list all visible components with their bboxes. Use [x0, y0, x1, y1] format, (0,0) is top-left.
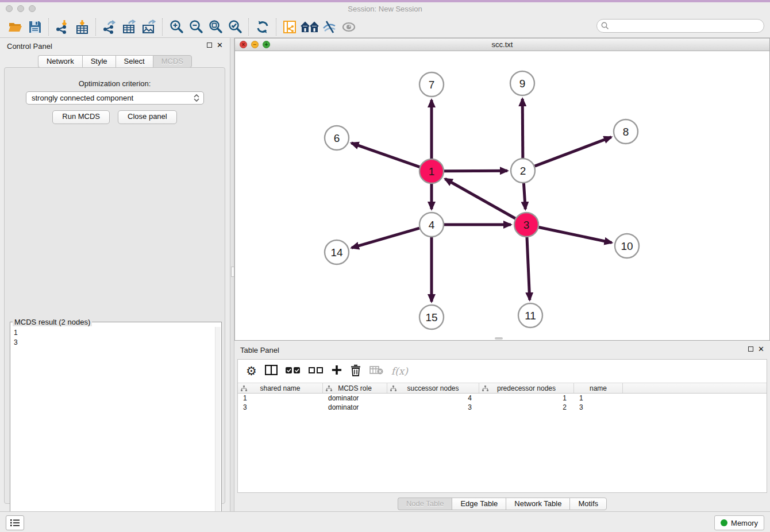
- node-6[interactable]: 6: [325, 126, 349, 150]
- toggle-panel-icon[interactable]: [265, 365, 278, 377]
- mcds-result-title: MCDS result (2 nodes): [13, 318, 92, 326]
- edge-4-14[interactable]: [352, 228, 419, 248]
- table-row[interactable]: 3dominator323: [238, 403, 767, 412]
- network-view-window: × − + scc.txt 7968124314101511: [234, 38, 770, 341]
- table-row[interactable]: 1dominator411: [238, 394, 767, 403]
- close-panel-icon[interactable]: ✕: [217, 42, 223, 48]
- zoom-in-icon[interactable]: [167, 18, 186, 36]
- select-all-columns-icon[interactable]: [286, 366, 301, 376]
- run-mcds-button[interactable]: Run MCDS: [52, 110, 110, 124]
- table-options-icon[interactable]: ⚙: [246, 365, 257, 377]
- float-table-panel-icon[interactable]: [748, 346, 753, 352]
- memory-status-icon: [721, 519, 727, 526]
- float-panel-icon[interactable]: [207, 43, 212, 48]
- cell-predecessor-nodes[interactable]: 2: [479, 403, 574, 412]
- node-1[interactable]: 1: [419, 159, 444, 183]
- save-session-icon[interactable]: [25, 18, 45, 36]
- network-canvas[interactable]: 7968124314101511: [235, 51, 769, 340]
- search-input[interactable]: [611, 20, 764, 32]
- refresh-view-icon[interactable]: [253, 18, 272, 36]
- node-9[interactable]: 9: [510, 71, 534, 95]
- node-4[interactable]: 4: [419, 213, 444, 237]
- node-7[interactable]: 7: [419, 72, 444, 97]
- edge-2-9[interactable]: [522, 99, 523, 158]
- node-2[interactable]: 2: [511, 159, 535, 183]
- svg-text:6: 6: [334, 132, 340, 144]
- hide-selected-icon[interactable]: [319, 18, 339, 36]
- result-scrollbar[interactable]: [215, 327, 221, 532]
- function-builder-icon[interactable]: f(x): [391, 365, 408, 377]
- zoom-selected-icon[interactable]: [225, 18, 245, 36]
- node-10[interactable]: 10: [615, 234, 639, 258]
- cell-successor-nodes[interactable]: 3: [387, 403, 479, 412]
- cell-predecessor-nodes[interactable]: 1: [479, 394, 574, 403]
- close-panel-button[interactable]: Close panel: [118, 110, 177, 124]
- node-3[interactable]: 3: [514, 213, 538, 237]
- close-table-panel-icon[interactable]: ✕: [758, 346, 764, 352]
- node-15[interactable]: 15: [419, 305, 444, 329]
- main-toolbar: [0, 16, 770, 38]
- tab-motifs[interactable]: Motifs: [569, 498, 607, 510]
- column-header-successor-nodes[interactable]: successor nodes: [387, 383, 479, 393]
- edge-1-6[interactable]: [351, 143, 419, 167]
- import-network-icon[interactable]: [53, 18, 72, 36]
- network-window-titlebar[interactable]: × − + scc.txt: [235, 38, 769, 51]
- show-all-icon[interactable]: [339, 18, 359, 36]
- node-11[interactable]: 11: [518, 303, 542, 327]
- cell-successor-nodes[interactable]: 4: [387, 394, 479, 403]
- tab-mcds[interactable]: MCDS: [153, 55, 192, 68]
- cell-MCDS-role[interactable]: dominator: [323, 403, 387, 412]
- toolbar-divider: [48, 18, 49, 36]
- zoom-fit-icon[interactable]: [206, 18, 225, 36]
- tab-edge-table[interactable]: Edge Table: [452, 498, 506, 510]
- mcds-result-list[interactable]: 1 3: [11, 327, 215, 532]
- export-table-icon[interactable]: [120, 18, 139, 36]
- create-column-icon[interactable]: [332, 365, 342, 377]
- cell-shared-name[interactable]: 3: [238, 403, 323, 412]
- edge-3-11[interactable]: [527, 237, 530, 300]
- edge-3-10[interactable]: [539, 228, 612, 243]
- tab-network[interactable]: Network: [38, 55, 82, 68]
- search-field[interactable]: [596, 19, 764, 33]
- table-column-headers: shared nameMCDS rolesuccessor nodesprede…: [238, 383, 767, 394]
- tab-node-table[interactable]: Node Table: [398, 498, 452, 510]
- column-header-predecessor-nodes[interactable]: predecessor nodes: [479, 383, 574, 393]
- edge-1-2[interactable]: [444, 171, 507, 171]
- export-image-icon[interactable]: [139, 18, 159, 36]
- canvas-scroll-handle[interactable]: [495, 337, 503, 340]
- column-header-MCDS-role[interactable]: MCDS role: [323, 383, 387, 393]
- table-rows: 1dominator4113dominator323: [238, 394, 767, 412]
- delete-columns-icon[interactable]: [350, 364, 361, 379]
- panel-splitter[interactable]: [230, 38, 234, 511]
- memory-button[interactable]: Memory: [714, 515, 764, 530]
- import-table-icon[interactable]: [72, 18, 92, 36]
- cell-name[interactable]: 1: [574, 394, 623, 403]
- network-window-title: scc.txt: [235, 40, 769, 49]
- node-14[interactable]: 14: [325, 240, 349, 264]
- network-graph[interactable]: 7968124314101511: [235, 51, 769, 340]
- node-8[interactable]: 8: [614, 119, 638, 144]
- edge-3-1[interactable]: [445, 179, 515, 218]
- delete-table-icon[interactable]: [369, 365, 383, 377]
- zoom-out-icon[interactable]: [186, 18, 206, 36]
- edge-2-3[interactable]: [523, 183, 525, 209]
- first-neighbors-icon[interactable]: [300, 18, 319, 36]
- cell-shared-name[interactable]: 1: [238, 394, 323, 403]
- new-network-from-selection-icon[interactable]: [280, 18, 300, 36]
- svg-text:10: 10: [621, 240, 633, 252]
- tab-network-table[interactable]: Network Table: [506, 498, 569, 510]
- tab-select[interactable]: Select: [116, 55, 153, 68]
- column-header-name[interactable]: name: [574, 383, 623, 393]
- task-history-button[interactable]: [6, 515, 24, 530]
- cell-MCDS-role[interactable]: dominator: [323, 394, 387, 403]
- criterion-selected-value: strongly connected component: [26, 94, 191, 102]
- open-session-icon[interactable]: [6, 18, 25, 36]
- select-stepper-icon: [191, 94, 202, 102]
- criterion-select[interactable]: strongly connected component: [26, 91, 204, 105]
- edge-2-8[interactable]: [535, 137, 611, 167]
- export-network-icon[interactable]: [100, 18, 120, 36]
- tab-style[interactable]: Style: [82, 55, 116, 68]
- deselect-all-columns-icon[interactable]: [309, 366, 324, 376]
- column-header-shared-name[interactable]: shared name: [238, 383, 323, 393]
- cell-name[interactable]: 3: [574, 403, 623, 412]
